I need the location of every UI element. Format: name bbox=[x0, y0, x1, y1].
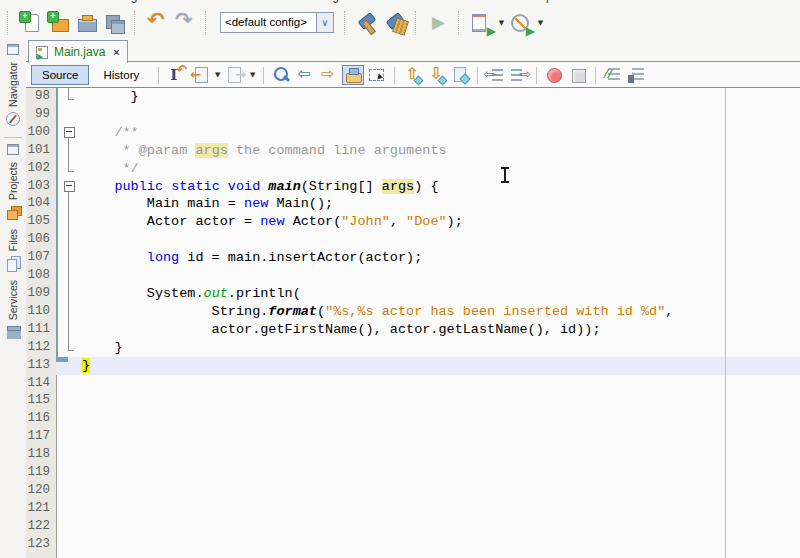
code-text[interactable] bbox=[80, 231, 800, 249]
sidebar-label-navigator[interactable]: Navigator bbox=[7, 62, 19, 107]
rectangular-selection-icon[interactable] bbox=[366, 65, 388, 85]
fold-marker[interactable] bbox=[56, 213, 80, 231]
code-text[interactable]: */ bbox=[80, 160, 800, 178]
next-occurrence-icon[interactable] bbox=[318, 65, 340, 85]
fold-marker[interactable] bbox=[56, 339, 80, 357]
line-number[interactable]: 111 bbox=[26, 321, 56, 339]
sidebar-label-projects[interactable]: Projects bbox=[7, 162, 19, 200]
next-bookmark-icon[interactable] bbox=[425, 65, 447, 85]
fold-marker[interactable] bbox=[56, 231, 80, 249]
code-text[interactable] bbox=[80, 267, 800, 285]
uncomment-icon[interactable] bbox=[626, 65, 648, 85]
line-number[interactable]: 109 bbox=[26, 285, 56, 303]
jump-forward-dropdown-icon[interactable]: ▼ bbox=[247, 62, 258, 88]
jump-back-dropdown-icon[interactable]: ▼ bbox=[212, 62, 223, 88]
code-text[interactable]: long id = main.insertActor(actor); bbox=[80, 249, 800, 267]
menu-view[interactable]: View bbox=[70, 0, 96, 3]
line-number[interactable]: 114 bbox=[26, 375, 56, 393]
code-text[interactable] bbox=[80, 482, 800, 500]
menu-source[interactable]: Source bbox=[165, 0, 203, 3]
debug-project-icon[interactable] bbox=[469, 10, 495, 36]
view-source-button[interactable]: Source bbox=[31, 65, 89, 85]
code-text[interactable]: public static void main(String[] args) { bbox=[80, 178, 800, 196]
stop-macro-recording-icon[interactable] bbox=[567, 65, 589, 85]
shift-line-right-icon[interactable] bbox=[508, 65, 530, 85]
fold-marker[interactable] bbox=[56, 160, 80, 178]
sidebar-item-files[interactable]: Files bbox=[5, 224, 21, 271]
code-text[interactable]: } bbox=[80, 357, 800, 375]
previous-occurrence-icon[interactable] bbox=[294, 65, 316, 85]
new-project-icon[interactable] bbox=[46, 10, 72, 36]
line-number[interactable]: 99 bbox=[26, 106, 56, 124]
run-project-icon[interactable] bbox=[426, 10, 452, 36]
line-number[interactable]: 101 bbox=[26, 142, 56, 160]
save-all-icon[interactable] bbox=[102, 10, 128, 36]
line-number[interactable]: 115 bbox=[26, 392, 56, 410]
toggle-bookmark-icon[interactable] bbox=[449, 65, 471, 85]
code-text[interactable]: Main main = new Main(); bbox=[80, 195, 800, 213]
fold-marker[interactable] bbox=[56, 321, 80, 339]
start-macro-recording-icon[interactable] bbox=[543, 65, 565, 85]
code-text[interactable] bbox=[80, 446, 800, 464]
line-number[interactable]: 122 bbox=[26, 518, 56, 536]
code-text[interactable] bbox=[80, 464, 800, 482]
code-text[interactable]: Actor actor = new Actor("John", "Doe"); bbox=[80, 213, 800, 231]
menu-help[interactable]: Help bbox=[528, 0, 553, 3]
code-text[interactable] bbox=[80, 410, 800, 428]
code-text[interactable]: * @param args the command line arguments bbox=[80, 142, 800, 160]
close-icon[interactable]: × bbox=[113, 46, 119, 58]
fold-marker[interactable] bbox=[56, 267, 80, 285]
line-number[interactable]: 107 bbox=[26, 249, 56, 267]
line-number[interactable]: 110 bbox=[26, 303, 56, 321]
menu-refactor[interactable]: Refactor bbox=[214, 0, 259, 3]
line-number[interactable]: 116 bbox=[26, 410, 56, 428]
menu-debug[interactable]: Debug bbox=[304, 0, 339, 3]
menu-run[interactable]: Run bbox=[271, 0, 293, 3]
line-number[interactable]: 113 bbox=[26, 357, 56, 375]
line-number[interactable]: 103 bbox=[26, 178, 56, 196]
code-text[interactable]: } bbox=[80, 339, 800, 357]
fold-marker[interactable] bbox=[56, 124, 80, 142]
code-editor[interactable]: 98 }99100 /**101 * @param args the comma… bbox=[26, 88, 800, 558]
menu-team[interactable]: Team bbox=[395, 0, 424, 3]
find-icon[interactable] bbox=[270, 65, 292, 85]
code-text[interactable]: /** bbox=[80, 124, 800, 142]
code-text[interactable] bbox=[80, 500, 800, 518]
menu-file[interactable]: File bbox=[8, 0, 27, 3]
undo-icon[interactable] bbox=[145, 10, 171, 36]
line-number[interactable]: 112 bbox=[26, 339, 56, 357]
jump-back-icon[interactable] bbox=[189, 65, 211, 85]
combo-dropdown-icon[interactable]: ∨ bbox=[317, 12, 334, 33]
line-number[interactable]: 121 bbox=[26, 500, 56, 518]
fold-marker[interactable] bbox=[56, 178, 80, 196]
menu-tools[interactable]: Tools bbox=[435, 0, 463, 3]
fold-marker[interactable] bbox=[56, 142, 80, 160]
sidebar-label-files[interactable]: Files bbox=[7, 229, 19, 251]
line-number[interactable]: 102 bbox=[26, 160, 56, 178]
comment-icon[interactable] bbox=[602, 65, 624, 85]
line-number[interactable]: 117 bbox=[26, 428, 56, 446]
menu-window[interactable]: Window bbox=[474, 0, 517, 3]
jump-forward-icon[interactable] bbox=[224, 65, 246, 85]
debug-project-dropdown-icon[interactable]: ▼ bbox=[496, 10, 507, 36]
profile-project-dropdown-icon[interactable]: ▼ bbox=[535, 10, 546, 36]
code-text[interactable] bbox=[80, 106, 800, 124]
code-text[interactable]: System.out.println( bbox=[80, 285, 800, 303]
new-file-icon[interactable] bbox=[18, 10, 44, 36]
line-number[interactable]: 106 bbox=[26, 231, 56, 249]
sidebar-label-services[interactable]: Services bbox=[7, 280, 19, 320]
fold-marker[interactable] bbox=[56, 88, 80, 106]
view-history-button[interactable]: History bbox=[92, 65, 150, 85]
config-combo[interactable]: <default config>∨ bbox=[220, 12, 334, 33]
previous-bookmark-icon[interactable] bbox=[401, 65, 423, 85]
code-text[interactable] bbox=[80, 518, 800, 536]
fold-marker[interactable] bbox=[56, 285, 80, 303]
code-text[interactable] bbox=[80, 428, 800, 446]
shift-line-left-icon[interactable] bbox=[484, 65, 506, 85]
dock-window-icon[interactable] bbox=[7, 44, 19, 55]
line-number[interactable]: 105 bbox=[26, 213, 56, 231]
line-number[interactable]: 100 bbox=[26, 124, 56, 142]
code-text[interactable] bbox=[80, 392, 800, 410]
code-text[interactable] bbox=[80, 375, 800, 393]
code-text[interactable]: String.format("%s,%s actor has been inse… bbox=[80, 303, 800, 321]
